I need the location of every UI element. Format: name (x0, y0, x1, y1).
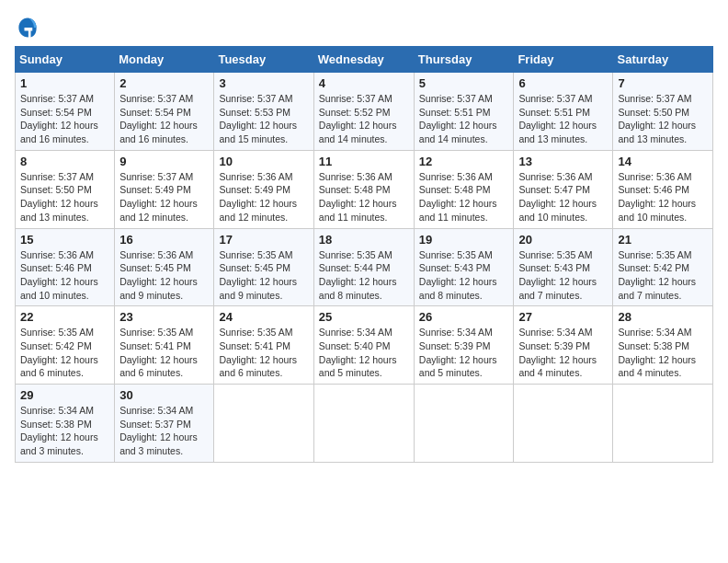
day-cell-23: 23 Sunrise: 5:35 AMSunset: 5:41 PMDaylig… (115, 306, 214, 385)
day-info: Sunrise: 5:37 AMSunset: 5:51 PMDaylight:… (419, 93, 497, 144)
day-number: 15 (20, 233, 109, 247)
col-header-saturday: Saturday (613, 47, 713, 73)
logo (15, 15, 44, 40)
empty-cell (414, 385, 514, 463)
day-info: Sunrise: 5:36 AMSunset: 5:48 PMDaylight:… (319, 171, 397, 223)
header-row: SundayMondayTuesdayWednesdayThursdayFrid… (16, 47, 713, 73)
day-info: Sunrise: 5:34 AMSunset: 5:37 PMDaylight:… (119, 405, 198, 456)
day-number: 28 (618, 310, 708, 324)
day-cell-13: 13 Sunrise: 5:36 AMSunset: 5:47 PMDaylig… (514, 150, 613, 228)
day-info: Sunrise: 5:35 AMSunset: 5:41 PMDaylight:… (119, 327, 198, 378)
day-number: 16 (119, 233, 209, 247)
day-info: Sunrise: 5:37 AMSunset: 5:51 PMDaylight:… (518, 93, 597, 144)
day-cell-28: 28 Sunrise: 5:34 AMSunset: 5:38 PMDaylig… (613, 306, 713, 385)
day-number: 12 (419, 155, 509, 168)
week-row-1: 1 Sunrise: 5:37 AMSunset: 5:54 PMDayligh… (16, 73, 713, 151)
col-header-sunday: Sunday (16, 47, 115, 73)
day-cell-19: 19 Sunrise: 5:35 AMSunset: 5:43 PMDaylig… (414, 228, 514, 306)
day-cell-17: 17 Sunrise: 5:35 AMSunset: 5:45 PMDaylig… (214, 228, 313, 306)
day-number: 21 (618, 233, 708, 247)
day-cell-26: 26 Sunrise: 5:34 AMSunset: 5:39 PMDaylig… (414, 306, 514, 385)
day-number: 23 (119, 310, 209, 324)
day-info: Sunrise: 5:37 AMSunset: 5:52 PMDaylight:… (319, 93, 397, 144)
day-number: 24 (219, 310, 308, 324)
day-cell-8: 8 Sunrise: 5:37 AMSunset: 5:50 PMDayligh… (16, 150, 115, 228)
day-number: 7 (618, 76, 708, 90)
day-info: Sunrise: 5:35 AMSunset: 5:43 PMDaylight:… (518, 249, 597, 301)
week-row-4: 22 Sunrise: 5:35 AMSunset: 5:42 PMDaylig… (16, 306, 713, 385)
day-number: 26 (419, 310, 509, 324)
empty-cell (214, 385, 313, 463)
day-number: 29 (20, 388, 109, 402)
col-header-wednesday: Wednesday (313, 47, 414, 73)
day-cell-30: 30 Sunrise: 5:34 AMSunset: 5:37 PMDaylig… (115, 385, 214, 463)
day-info: Sunrise: 5:35 AMSunset: 5:45 PMDaylight:… (219, 249, 297, 301)
day-info: Sunrise: 5:37 AMSunset: 5:49 PMDaylight:… (119, 171, 198, 223)
empty-cell (613, 385, 713, 463)
day-info: Sunrise: 5:35 AMSunset: 5:42 PMDaylight:… (618, 249, 696, 301)
col-header-monday: Monday (115, 47, 214, 73)
week-row-3: 15 Sunrise: 5:36 AMSunset: 5:46 PMDaylig… (16, 228, 713, 306)
day-cell-7: 7 Sunrise: 5:37 AMSunset: 5:50 PMDayligh… (613, 73, 713, 151)
day-number: 13 (518, 155, 608, 168)
day-number: 6 (518, 76, 608, 90)
day-info: Sunrise: 5:36 AMSunset: 5:46 PMDaylight:… (20, 249, 98, 301)
day-cell-14: 14 Sunrise: 5:36 AMSunset: 5:46 PMDaylig… (613, 150, 713, 228)
day-number: 25 (319, 310, 409, 324)
day-cell-12: 12 Sunrise: 5:36 AMSunset: 5:48 PMDaylig… (414, 150, 514, 228)
day-number: 27 (518, 310, 608, 324)
day-info: Sunrise: 5:36 AMSunset: 5:46 PMDaylight:… (618, 171, 696, 223)
col-header-friday: Friday (514, 47, 613, 73)
day-cell-3: 3 Sunrise: 5:37 AMSunset: 5:53 PMDayligh… (214, 73, 313, 151)
day-info: Sunrise: 5:34 AMSunset: 5:39 PMDaylight:… (518, 327, 597, 378)
day-number: 3 (219, 76, 308, 90)
day-info: Sunrise: 5:37 AMSunset: 5:53 PMDaylight:… (219, 93, 297, 144)
day-number: 10 (219, 155, 308, 168)
day-cell-1: 1 Sunrise: 5:37 AMSunset: 5:54 PMDayligh… (16, 73, 115, 151)
day-info: Sunrise: 5:34 AMSunset: 5:39 PMDaylight:… (419, 327, 497, 378)
day-number: 9 (119, 155, 209, 168)
day-cell-2: 2 Sunrise: 5:37 AMSunset: 5:54 PMDayligh… (115, 73, 214, 151)
day-cell-21: 21 Sunrise: 5:35 AMSunset: 5:42 PMDaylig… (613, 228, 713, 306)
day-number: 18 (319, 233, 409, 247)
day-cell-16: 16 Sunrise: 5:36 AMSunset: 5:45 PMDaylig… (115, 228, 214, 306)
calendar-table: SundayMondayTuesdayWednesdayThursdayFrid… (15, 46, 713, 463)
day-number: 19 (419, 233, 509, 247)
day-cell-9: 9 Sunrise: 5:37 AMSunset: 5:49 PMDayligh… (115, 150, 214, 228)
day-info: Sunrise: 5:36 AMSunset: 5:49 PMDaylight:… (219, 171, 297, 223)
day-info: Sunrise: 5:35 AMSunset: 5:43 PMDaylight:… (419, 249, 497, 301)
day-cell-25: 25 Sunrise: 5:34 AMSunset: 5:40 PMDaylig… (313, 306, 414, 385)
day-number: 22 (20, 310, 109, 324)
day-cell-24: 24 Sunrise: 5:35 AMSunset: 5:41 PMDaylig… (214, 306, 313, 385)
week-row-5: 29 Sunrise: 5:34 AMSunset: 5:38 PMDaylig… (16, 385, 713, 463)
day-info: Sunrise: 5:36 AMSunset: 5:48 PMDaylight:… (419, 171, 497, 223)
empty-cell (514, 385, 613, 463)
day-number: 20 (518, 233, 608, 247)
day-number: 17 (219, 233, 308, 247)
day-cell-22: 22 Sunrise: 5:35 AMSunset: 5:42 PMDaylig… (16, 306, 115, 385)
empty-cell (313, 385, 414, 463)
day-cell-18: 18 Sunrise: 5:35 AMSunset: 5:44 PMDaylig… (313, 228, 414, 306)
day-info: Sunrise: 5:37 AMSunset: 5:50 PMDaylight:… (20, 171, 98, 223)
day-number: 4 (319, 76, 409, 90)
day-info: Sunrise: 5:37 AMSunset: 5:54 PMDaylight:… (119, 93, 198, 144)
day-info: Sunrise: 5:35 AMSunset: 5:41 PMDaylight:… (219, 327, 297, 378)
day-info: Sunrise: 5:36 AMSunset: 5:45 PMDaylight:… (119, 249, 198, 301)
day-info: Sunrise: 5:35 AMSunset: 5:44 PMDaylight:… (319, 249, 397, 301)
day-number: 5 (419, 76, 509, 90)
week-row-2: 8 Sunrise: 5:37 AMSunset: 5:50 PMDayligh… (16, 150, 713, 228)
day-cell-15: 15 Sunrise: 5:36 AMSunset: 5:46 PMDaylig… (16, 228, 115, 306)
day-info: Sunrise: 5:34 AMSunset: 5:38 PMDaylight:… (20, 405, 98, 456)
day-info: Sunrise: 5:37 AMSunset: 5:50 PMDaylight:… (618, 93, 696, 144)
day-cell-20: 20 Sunrise: 5:35 AMSunset: 5:43 PMDaylig… (514, 228, 613, 306)
logo-icon (15, 15, 40, 40)
day-number: 14 (618, 155, 708, 168)
day-number: 1 (20, 76, 109, 90)
page-header (15, 15, 713, 40)
day-info: Sunrise: 5:34 AMSunset: 5:40 PMDaylight:… (319, 327, 397, 378)
day-number: 8 (20, 155, 109, 168)
day-number: 2 (119, 76, 209, 90)
col-header-thursday: Thursday (414, 47, 514, 73)
day-cell-10: 10 Sunrise: 5:36 AMSunset: 5:49 PMDaylig… (214, 150, 313, 228)
day-cell-29: 29 Sunrise: 5:34 AMSunset: 5:38 PMDaylig… (16, 385, 115, 463)
